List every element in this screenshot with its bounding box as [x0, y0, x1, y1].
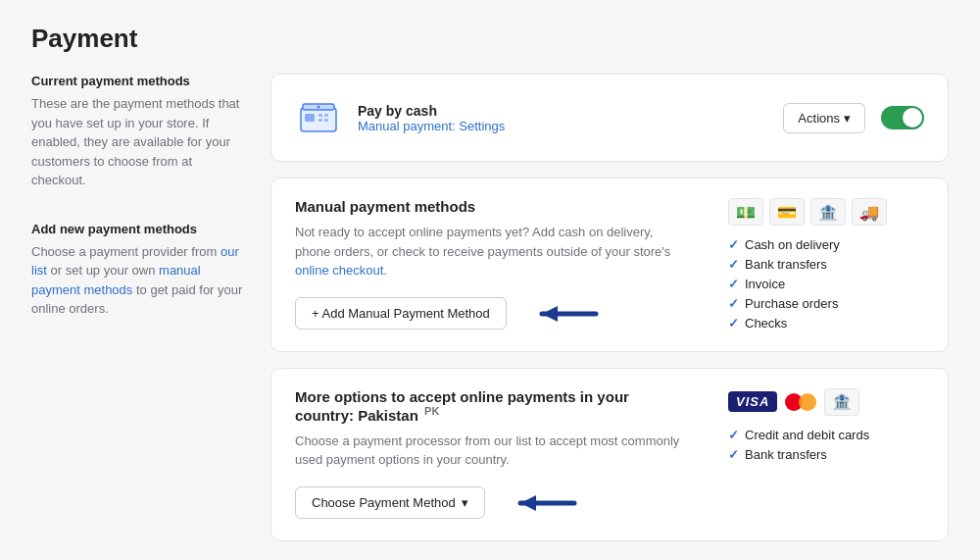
right-content: Pay by cash Manual payment: Settings Act… — [270, 74, 949, 541]
manual-card-layout: Manual payment methods Not ready to acce… — [295, 198, 924, 331]
sidebar-section-add: Add new payment methods Choose a payment… — [31, 222, 247, 319]
check-item-bank: Bank transfers — [728, 257, 924, 272]
manual-heading: Manual payment methods — [295, 198, 689, 215]
sidebar-desc-current: These are the payment methods that you h… — [31, 94, 247, 190]
cash-icon — [295, 94, 342, 141]
check-item-po: Purchase orders — [728, 296, 924, 311]
pay-by-cash-icon-svg — [295, 94, 342, 141]
payment-method-row: Pay by cash Manual payment: Settings Act… — [295, 94, 924, 141]
svg-point-7 — [318, 106, 320, 109]
manual-right: 💵 💳 🏦 🚚 Cash on delivery Bank transfers … — [728, 198, 924, 331]
choose-method-label: Choose Payment Method — [312, 495, 456, 510]
payment-settings-link[interactable]: Manual payment: Settings — [358, 119, 505, 133]
manual-payment-card: Manual payment methods Not ready to acce… — [270, 178, 949, 352]
online-left: More options to accept online payments i… — [295, 388, 689, 521]
online-country-code: PK — [424, 405, 439, 417]
card-icon: 💳 — [769, 198, 805, 226]
online-check-list: Credit and debit cards Bank transfers — [728, 428, 924, 462]
online-payment-logos: VISA 🏦 — [728, 388, 924, 416]
actions-button[interactable]: Actions ▾ — [783, 103, 865, 133]
svg-marker-8 — [542, 306, 558, 322]
online-heading-text: More options to accept online payments i… — [295, 388, 629, 424]
truck-icon: 🚚 — [852, 198, 887, 226]
check-item-cards: Credit and debit cards — [728, 428, 924, 442]
add-manual-payment-button[interactable]: + Add Manual Payment Method — [295, 297, 507, 330]
online-right: VISA 🏦 Credit and debit cards Bank trans… — [728, 388, 924, 521]
choose-method-chevron-icon: ▾ — [462, 495, 468, 510]
bank-transfer-logo: 🏦 — [824, 388, 859, 416]
manual-desc-text2: . — [383, 263, 387, 278]
payment-subtitle[interactable]: Manual payment: Settings — [358, 119, 767, 133]
manual-desc: Not ready to accept online payments yet?… — [295, 223, 689, 280]
sidebar-desc-text2: or set up your own — [47, 263, 159, 278]
manual-online-checkout-link[interactable]: online checkout — [295, 263, 383, 278]
svg-rect-5 — [324, 119, 328, 122]
mc-right-circle — [799, 393, 816, 411]
svg-rect-1 — [305, 114, 315, 122]
actions-label: Actions — [798, 111, 840, 126]
sidebar-section-current: Current payment methods These are the pa… — [31, 74, 247, 190]
svg-rect-3 — [324, 114, 328, 117]
sidebar-desc-add: Choose a payment provider from our list … — [31, 242, 247, 319]
online-payment-card: More options to accept online payments i… — [270, 368, 949, 541]
check-item-checks: Checks — [728, 316, 924, 331]
online-desc: Choose a payment processor from our list… — [295, 432, 689, 470]
svg-marker-9 — [520, 495, 536, 511]
sidebar-desc-text1: Choose a payment provider from — [31, 244, 220, 259]
payment-method-info: Pay by cash Manual payment: Settings — [358, 103, 767, 133]
online-card-layout: More options to accept online payments i… — [295, 388, 924, 521]
actions-chevron-icon: ▾ — [844, 111, 851, 126]
cash-delivery-icon: 💵 — [728, 198, 763, 226]
manual-left: Manual payment methods Not ready to acce… — [295, 198, 689, 331]
check-item-cod: Cash on delivery — [728, 237, 924, 252]
sidebar-heading-add: Add new payment methods — [31, 222, 247, 236]
choose-payment-method-button[interactable]: Choose Payment Method ▾ — [295, 486, 485, 519]
visa-logo: VISA — [728, 391, 777, 412]
svg-rect-4 — [318, 119, 322, 122]
online-heading: More options to accept online payments i… — [295, 388, 689, 424]
payment-actions: Actions ▾ — [783, 103, 924, 133]
manual-method-icons: 💵 💳 🏦 🚚 — [728, 198, 924, 226]
current-payment-card: Pay by cash Manual payment: Settings Act… — [270, 74, 949, 162]
sidebar-heading-current: Current payment methods — [31, 74, 247, 88]
main-layout: Current payment methods These are the pa… — [31, 74, 949, 541]
bank-icon: 🏦 — [810, 198, 846, 226]
page-title: Payment — [31, 24, 949, 54]
manual-check-list: Cash on delivery Bank transfers Invoice … — [728, 237, 924, 331]
manual-arrow-icon — [522, 296, 601, 331]
mastercard-logo — [785, 391, 816, 413]
payment-name: Pay by cash — [358, 103, 767, 119]
svg-rect-2 — [318, 114, 322, 117]
left-sidebar: Current payment methods These are the pa… — [31, 74, 247, 350]
manual-desc-text1: Not ready to accept online payments yet?… — [295, 225, 670, 259]
payment-toggle[interactable] — [881, 106, 924, 129]
check-item-invoice: Invoice — [728, 277, 924, 291]
online-arrow-icon — [501, 485, 579, 521]
check-item-bank-transfers: Bank transfers — [728, 447, 924, 462]
